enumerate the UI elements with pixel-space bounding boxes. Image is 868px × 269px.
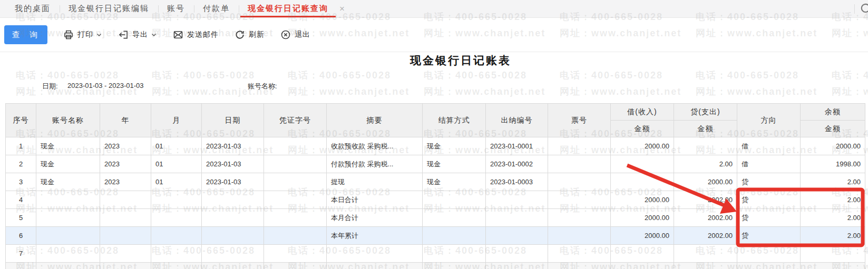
table-cell[interactable]: 2.00 [801,173,865,191]
table-cell[interactable] [36,209,100,227]
table-cell[interactable]: 2000.00 [674,173,737,191]
table-cell[interactable]: 2023-01-03 [202,155,264,173]
table-cell[interactable]: 现金 [36,137,100,155]
table-cell[interactable] [423,209,486,227]
table-row[interactable]: 6本年累计2000.002002.00贷2.00 [6,227,865,245]
table-cell[interactable] [202,227,264,245]
table-cell[interactable]: 01 [151,155,202,173]
table-cell[interactable] [264,137,327,155]
table-cell[interactable]: 2.00 [801,209,865,227]
table-cell[interactable] [486,245,548,263]
table-cell[interactable] [36,245,100,263]
tab-my-desktop[interactable]: 我的桌面 [6,0,60,17]
table-row[interactable]: 1现金2023012023-01-03收款预收款 采购税...现金2023-01… [6,137,865,155]
table-cell[interactable] [486,209,548,227]
table-cell[interactable]: 借 [737,137,801,155]
table-cell[interactable]: 现金 [423,173,486,191]
table-cell[interactable]: 2.00 [674,155,737,173]
table-cell[interactable] [674,245,737,263]
table-cell[interactable] [486,227,548,245]
table-cell[interactable]: 2023-01-03 [202,173,264,191]
table-row[interactable]: 2现金2023012023-01-03付款预付款 采购税...现金2023-01… [6,155,865,173]
table-cell[interactable] [100,191,151,209]
table-cell[interactable] [548,227,611,245]
table-cell[interactable] [423,227,486,245]
table-cell[interactable] [100,245,151,263]
export-button[interactable]: 导出 [118,29,157,40]
table-cell[interactable] [548,155,611,173]
table-cell[interactable] [548,173,611,191]
table-cell[interactable] [423,191,486,209]
table-cell[interactable] [36,227,100,245]
table-cell[interactable]: 2002.00 [674,191,737,209]
table-cell[interactable] [151,209,202,227]
table-cell[interactable]: 借 [737,155,801,173]
table-cell[interactable] [264,209,327,227]
table-cell[interactable] [611,173,674,191]
table-cell[interactable] [151,245,202,263]
table-cell[interactable] [548,245,611,263]
table-cell[interactable] [548,137,611,155]
table-cell[interactable]: 1998.00 [801,155,865,173]
table-cell[interactable]: 3 [6,173,36,191]
table-cell[interactable]: 2 [6,155,36,173]
table-cell[interactable] [264,245,327,263]
table-cell[interactable]: 4 [6,191,36,209]
tab-payment-slip[interactable]: 付款单 [194,0,239,17]
table-cell[interactable] [801,245,865,263]
table-cell[interactable] [202,209,264,227]
table-cell[interactable]: 01 [151,137,202,155]
table-cell[interactable]: 6 [6,227,36,245]
table-cell[interactable] [264,155,327,173]
table-cell[interactable]: 本月合计 [327,209,423,227]
table-cell[interactable]: 1 [6,137,36,155]
table-cell[interactable]: 5 [6,209,36,227]
table-cell[interactable] [423,245,486,263]
table-cell[interactable]: 贷 [737,227,801,245]
tab-journal-query[interactable]: 现金银行日记账查询 [239,0,337,17]
table-cell[interactable]: 现金 [36,173,100,191]
table-cell[interactable]: 付款预付款 采购税... [327,155,423,173]
table-cell[interactable]: 2002.00 [674,227,737,245]
table-cell[interactable]: 2000.00 [611,209,674,227]
table-cell[interactable]: 2000.00 [611,137,674,155]
table-cell[interactable]: 2023 [100,155,151,173]
table-cell[interactable] [548,191,611,209]
table-row[interactable]: 7 [6,245,865,263]
table-cell[interactable]: 2023-01-0001 [486,137,548,155]
table-cell[interactable]: 贷 [737,173,801,191]
table-cell[interactable] [737,245,801,263]
table-cell[interactable]: 现金 [36,155,100,173]
table-cell[interactable]: 本日合计 [327,191,423,209]
exit-button[interactable]: 退出 [280,29,310,40]
table-cell[interactable] [611,245,674,263]
table-cell[interactable]: 2000.00 [611,191,674,209]
table-cell[interactable] [100,209,151,227]
table-cell[interactable]: 贷 [737,209,801,227]
table-row[interactable]: 3现金2023012023-01-03提现现金2023-01-00032000.… [6,173,865,191]
table-cell[interactable]: 2000.00 [611,227,674,245]
table-cell[interactable] [548,209,611,227]
table-cell[interactable] [264,191,327,209]
table-cell[interactable] [100,227,151,245]
table-cell[interactable]: 2.00 [801,227,865,245]
table-cell[interactable]: 7 [6,245,36,263]
table-cell[interactable]: 2023 [100,173,151,191]
table-cell[interactable]: 01 [151,173,202,191]
table-cell[interactable]: 2023 [100,137,151,155]
table-cell[interactable]: 贷 [737,191,801,209]
table-cell[interactable]: 现金 [423,137,486,155]
table-cell[interactable] [674,137,737,155]
table-cell[interactable]: 收款预收款 采购税... [327,137,423,155]
table-cell[interactable]: 2023-01-0002 [486,155,548,173]
refresh-button[interactable]: 刷新 [235,29,265,40]
table-cell[interactable] [151,191,202,209]
print-button[interactable]: 打印 [63,29,102,40]
table-cell[interactable]: 现金 [423,155,486,173]
tab-journal-edit[interactable]: 现金银行日记账编辑 [60,0,158,17]
table-cell[interactable]: 2002.00 [674,209,737,227]
table-cell[interactable] [327,245,423,263]
table-cell[interactable] [151,227,202,245]
table-cell[interactable] [202,245,264,263]
table-row[interactable]: 4本日合计2000.002002.00贷2.00 [6,191,865,209]
